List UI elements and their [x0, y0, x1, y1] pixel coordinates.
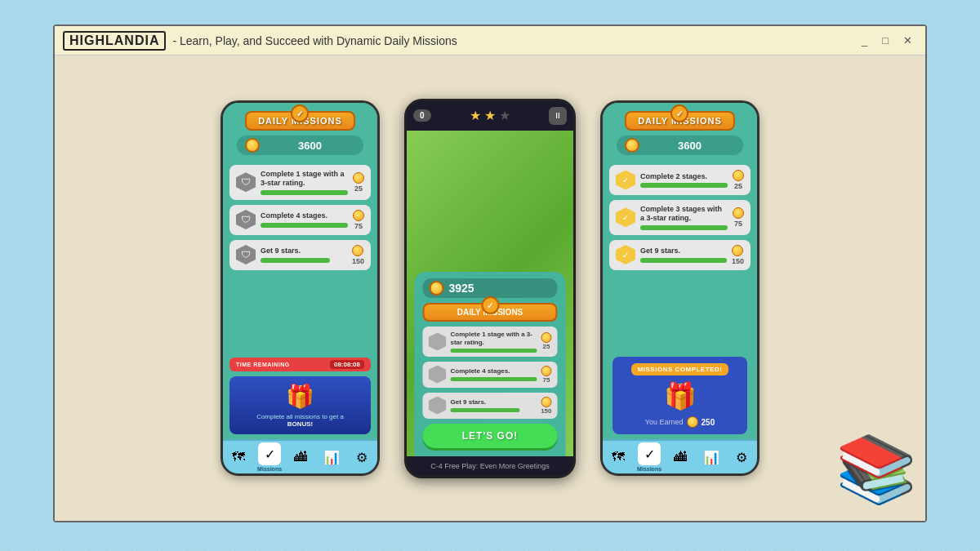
- chest-icon: 🎁: [286, 383, 314, 410]
- right-coin-row: 3600: [617, 136, 744, 155]
- left-mission-1-progress: [261, 190, 348, 195]
- game-mission-1-coin: [541, 332, 552, 343]
- left-mission-3-shield: 🛡: [236, 245, 256, 264]
- game-coin-icon: [430, 281, 444, 295]
- left-mission-1-shield: 🛡: [236, 172, 256, 192]
- right-missions-list: ✓ Complete 2 stages. 25 ✓: [603, 160, 757, 352]
- left-missions-list: 🛡 Complete 1 stage with a 3-star rating.…: [223, 160, 377, 353]
- left-dm-banner: DAILY MISSIONS: [245, 111, 355, 131]
- left-mission-2-reward-num: 75: [354, 222, 363, 230]
- app-window: HIGHLANDIA - Learn, Play, and Succeed wi…: [53, 24, 927, 522]
- right-mission-2-text: Complete 3 stages with a 3-star rating.: [640, 205, 728, 223]
- right-nav-map[interactable]: 🗺: [607, 446, 630, 469]
- star-3: ★: [499, 108, 510, 123]
- left-mission-1-text: Complete 1 stage with a 3-star rating.: [261, 170, 348, 188]
- time-remaining-label: TIME REMAINING: [236, 362, 290, 367]
- left-mission-2-text: Complete 4 stages.: [261, 211, 348, 220]
- right-mission-2-text-area: Complete 3 stages with a 3-star rating.: [640, 205, 728, 230]
- right-mission-2-shield: ✓: [616, 207, 635, 227]
- left-mission-1-reward: 25: [353, 172, 364, 193]
- right-city-icon: 🏙: [669, 446, 692, 469]
- time-remaining-bar: TIME REMAINING 08:08:08: [229, 358, 371, 371]
- game-stage-label-bar: C-4 Free Play: Even More Greetings: [407, 456, 573, 476]
- app-title: - Learn, Play, and Succeed with Dynamic …: [172, 34, 457, 47]
- left-mission-3-text-area: Get 9 stars.: [261, 247, 347, 263]
- maximize-button[interactable]: □: [877, 34, 893, 47]
- left-mission-1: 🛡 Complete 1 stage with a 3-star rating.…: [229, 165, 371, 200]
- right-chart-icon: 📊: [700, 446, 723, 469]
- game-mission-2: Complete 4 stages. 75: [423, 362, 558, 388]
- left-nav-chart[interactable]: 📊: [320, 446, 343, 469]
- close-button[interactable]: ✕: [898, 34, 917, 47]
- time-remaining-value: 08:08:08: [330, 360, 364, 369]
- earned-coin-icon: [687, 416, 698, 428]
- game-mission-1-reward: 25: [541, 332, 552, 350]
- right-mission-1-shield: ✓: [616, 171, 635, 190]
- game-mission-1-bar: [451, 349, 537, 353]
- books-decoration: 📚: [835, 431, 917, 513]
- left-mission-2-progress: [261, 223, 348, 228]
- minimize-button[interactable]: _: [857, 34, 872, 47]
- game-mission-1-text-area: Complete 1 stage with a 3-star rating.: [451, 331, 537, 352]
- left-phone: DAILY MISSIONS 3600 🛡 Complete 1 stage w…: [220, 100, 380, 476]
- game-mission-3-bar: [451, 408, 520, 412]
- right-coin-icon: [625, 138, 639, 153]
- right-mission-1-reward: 25: [733, 170, 744, 190]
- lets-go-button[interactable]: LET'S GO!: [423, 424, 558, 448]
- right-mission-3-shield: ✓: [616, 245, 635, 264]
- left-mission-3-reward: 150: [352, 245, 364, 265]
- main-content: DAILY MISSIONS 3600 🛡 Complete 1 stage w…: [55, 56, 925, 521]
- game-mission-2-coin: [541, 366, 552, 376]
- pause-button[interactable]: ⏸: [549, 107, 567, 125]
- right-mission-3-reward-num: 150: [732, 257, 744, 265]
- left-phone-bottom: TIME REMAINING 08:08:08 🎁 Complete all m…: [223, 353, 377, 439]
- right-mission-1-text-area: Complete 2 stages.: [640, 172, 728, 189]
- right-map-icon: 🗺: [607, 446, 630, 469]
- left-mission-1-reward-num: 25: [354, 184, 363, 193]
- bonus-text: Complete all missions to get a BONUS!: [256, 413, 344, 428]
- left-nav-city[interactable]: 🏙: [289, 446, 312, 469]
- chart-icon: 📊: [320, 446, 343, 469]
- left-nav-map[interactable]: 🗺: [227, 446, 250, 469]
- city-icon: 🏙: [289, 446, 312, 469]
- left-coin-value: 3600: [265, 140, 356, 152]
- right-mission-1: ✓ Complete 2 stages. 25: [609, 165, 751, 195]
- game-overlay-panel: 3925 DAILY MISSIONS Complete 1 stage wit…: [415, 272, 566, 455]
- left-mission-3-reward-num: 150: [352, 257, 364, 265]
- game-stage-label: C-4 Free Play: Even More Greetings: [410, 460, 570, 473]
- right-nav-city[interactable]: 🏙: [669, 446, 692, 469]
- stars-row: ★ ★ ★: [436, 108, 544, 123]
- right-nav-missions[interactable]: ✓ Missions: [637, 442, 662, 472]
- left-mission-2-reward: 75: [353, 210, 364, 230]
- game-mission-3-reward-num: 150: [541, 407, 551, 415]
- right-mission-1-progress: [640, 183, 728, 188]
- star-1: ★: [470, 108, 481, 123]
- left-nav-settings[interactable]: ⚙: [350, 446, 373, 469]
- game-mission-2-text-area: Complete 4 stages.: [451, 367, 537, 381]
- map-icon: 🗺: [227, 446, 250, 469]
- left-phone-nav: 🗺 ✓ Missions 🏙 📊 ⚙: [223, 439, 377, 473]
- right-dm-banner: DAILY MISSIONS: [625, 111, 735, 131]
- right-nav-settings[interactable]: ⚙: [730, 446, 753, 469]
- right-nav-chart[interactable]: 📊: [700, 446, 723, 469]
- game-mission-3-text: Get 9 stars.: [451, 398, 537, 407]
- game-coin-row: 3925: [423, 278, 558, 298]
- star-2: ★: [484, 108, 496, 123]
- left-nav-missions[interactable]: ✓ Missions: [257, 442, 282, 472]
- earned-row: You Earned 250: [645, 416, 715, 428]
- settings-icon: ⚙: [350, 446, 373, 469]
- right-mission-2: ✓ Complete 3 stages with a 3-star rating…: [609, 200, 751, 235]
- game-mission-1: Complete 1 stage with a 3-star rating. 2…: [423, 327, 558, 356]
- right-mission-1-coin: [733, 170, 744, 181]
- game-mission-1-reward-num: 25: [543, 343, 550, 350]
- game-mission-1-text: Complete 1 stage with a 3-star rating.: [451, 331, 537, 346]
- game-top-bar: 0 ★ ★ ★ ⏸: [407, 101, 573, 131]
- completed-chest-icon: 🎁: [664, 380, 697, 411]
- right-mission-3-progress: [640, 258, 727, 263]
- right-mission-2-reward: 75: [733, 207, 744, 228]
- right-mission-3-text-area: Get 9 stars.: [640, 247, 727, 263]
- game-mission-3-text-area: Get 9 stars.: [451, 398, 537, 412]
- window-controls: _ □ ✕: [857, 34, 917, 47]
- left-mission-3-progress: [261, 258, 330, 263]
- left-coin-icon: [245, 138, 260, 153]
